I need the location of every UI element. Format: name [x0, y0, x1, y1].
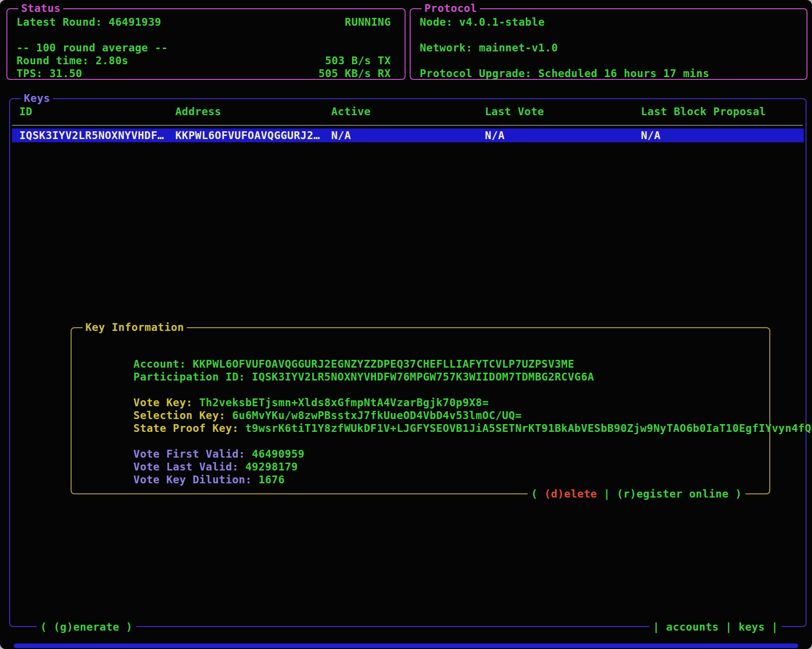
generate-label[interactable]: ( (g)enerate )	[40, 621, 133, 633]
round-average-header: -- 100 round average --	[17, 41, 168, 54]
status-row-roundtime: Round time: 2.80s 503 B/s TX	[7, 54, 405, 67]
row-address-cell: KKPWL6OFVUFOAVQGGURJ2…	[175, 129, 331, 142]
bottom-nav: | accounts | keys |	[649, 621, 782, 633]
keys-table-header: ID Address Active Last Vote Last Block P…	[10, 105, 806, 118]
row-id-cell: IQSK3IYV2LR5NOXNYVHDF…	[19, 129, 175, 142]
nav-pipe-mid: |	[725, 621, 732, 633]
key-information-title: Key Information	[83, 321, 187, 334]
nav-pipe-left: |	[653, 621, 659, 633]
state-proof-key-value: t9wsrK6tiT1Y8zfWUkDF1V+LJGFYSEOVB1JiA5SE…	[245, 422, 812, 434]
vote-key-dilution-label: Vote Key Dilution:	[133, 474, 259, 486]
actions-divider: |	[597, 487, 617, 500]
latest-round-value: Latest Round: 46491939	[17, 16, 161, 28]
column-header-active: Active	[331, 105, 485, 118]
row-last-block-proposal-cell: N/A	[641, 129, 804, 142]
tx-rate-value: 503 B/s TX	[325, 54, 391, 67]
actions-close-paren: )	[729, 487, 742, 500]
participation-id-value: IQSK3IYV2LR5NOXNYVHDFW76MPGW757K3WIIDOM7…	[252, 371, 594, 383]
node-state-badge: RUNNING	[345, 16, 391, 28]
column-header-id: ID	[19, 105, 175, 118]
status-row-tps: TPS: 31.50 505 KB/s RX	[7, 67, 405, 80]
node-version-value: Node: v4.0.1-stable	[420, 16, 545, 28]
participation-id-line: Participation ID: IQSK3IYV2LR5NOXNYVHDFW…	[81, 358, 765, 370]
vote-last-valid-line: Vote Last Valid: 49298179	[81, 448, 765, 460]
terminal-window: Status Latest Round: 46491939 RUNNING --…	[0, 0, 812, 649]
selection-key-line: Selection Key: 6u6MvYKu/w8zwPBsstxJ7fkUu…	[81, 396, 765, 409]
participation-id-label: Participation ID:	[133, 371, 252, 383]
vote-first-valid-line: Vote First Valid: 46490959	[81, 435, 765, 448]
state-proof-key-label: State Proof Key:	[133, 422, 245, 434]
nav-tab-keys[interactable]: keys	[732, 621, 772, 633]
network-value: Network: mainnet-v1.0	[420, 41, 558, 54]
nav-tab-accounts[interactable]: accounts	[660, 621, 725, 633]
register-online-action-button[interactable]: (r)egister online	[617, 487, 729, 500]
protocol-row-node: Node: v4.0.1-stable	[411, 16, 806, 28]
row-last-vote-cell: N/A	[485, 129, 641, 142]
status-row-latest: Latest Round: 46491939 RUNNING	[7, 16, 405, 28]
rx-rate-value: 505 KB/s RX	[318, 67, 391, 80]
table-row-selected[interactable]: IQSK3IYV2LR5NOXNYVHDF… KKPWL6OFVUFOAVQGG…	[12, 129, 804, 142]
tps-value: TPS: 31.50	[17, 67, 82, 80]
status-row-average-header: -- 100 round average --	[7, 41, 405, 54]
delete-action-button[interactable]: (d)elete	[545, 487, 597, 500]
generate-action-button[interactable]: ( (g)enerate )	[37, 621, 136, 633]
vote-key-dilution-value: 1676	[258, 474, 284, 486]
row-active-cell: N/A	[331, 129, 485, 142]
key-information-panel: Key Information Account: KKPWL6OFVUFOAVQ…	[71, 327, 770, 494]
protocol-panel-title: Protocol	[422, 2, 480, 15]
window-bottom-bar	[14, 643, 798, 648]
column-header-last-block-proposal: Last Block Proposal	[641, 105, 806, 118]
keys-panel-title: Keys	[21, 92, 53, 105]
column-header-last-vote: Last Vote	[485, 105, 641, 118]
keys-panel: Keys ID Address Active Last Vote Last Bl…	[9, 98, 806, 627]
state-proof-key-line: State Proof Key: t9wsrK6tiT1Y8zfWUkDF1V+…	[81, 409, 765, 422]
vote-key-line: Vote Key: Th2veksbETjsmn+Xlds8xGfmpNtA4V…	[81, 383, 765, 396]
vote-key-dilution-line: Vote Key Dilution: 1676	[81, 460, 765, 473]
account-line: Account: KKPWL6OFVUFOAVQGGURJ2EGNZYZZDPE…	[81, 345, 765, 358]
protocol-panel: Protocol Node: v4.0.1-stable Network: ma…	[410, 8, 807, 80]
protocol-row-upgrade: Protocol Upgrade: Scheduled 16 hours 17 …	[411, 67, 806, 80]
protocol-row-network: Network: mainnet-v1.0	[411, 41, 806, 54]
protocol-upgrade-value: Protocol Upgrade: Scheduled 16 hours 17 …	[420, 67, 709, 80]
actions-open-paren: (	[531, 487, 545, 500]
status-panel: Status Latest Round: 46491939 RUNNING --…	[6, 8, 406, 80]
column-header-address: Address	[175, 105, 331, 118]
round-time-value: Round time: 2.80s	[17, 54, 128, 67]
header-separator	[12, 125, 803, 126]
status-panel-title: Status	[18, 2, 63, 15]
nav-pipe-right: |	[772, 621, 778, 633]
key-actions: ( (d)elete | (r)egister online )	[528, 487, 745, 500]
